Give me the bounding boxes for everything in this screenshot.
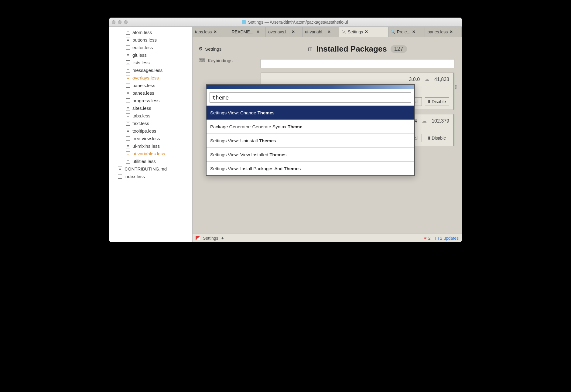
file-icon xyxy=(126,91,130,95)
tools-icon xyxy=(342,30,346,34)
collapse-icon[interactable]: ⇕ xyxy=(453,84,458,90)
add-icon[interactable]: + xyxy=(221,235,224,241)
close-tab-icon[interactable]: ✕ xyxy=(292,29,295,34)
titlebar: Settings — /Users/dtinth/.atom/packages/… xyxy=(109,18,462,27)
close-window-button[interactable] xyxy=(112,20,115,24)
tab[interactable]: README....✕ xyxy=(229,27,266,37)
package-version: 3.0.0 xyxy=(409,77,420,82)
file-item[interactable]: CONTRIBUTING.md xyxy=(109,165,192,173)
close-tab-icon[interactable]: ✕ xyxy=(365,29,368,34)
file-item[interactable]: editor.less xyxy=(109,44,192,51)
sliders-icon: ⚙ xyxy=(199,46,203,52)
tab-label: panes.less xyxy=(427,29,448,34)
file-icon xyxy=(126,121,130,126)
close-tab-icon[interactable]: ✕ xyxy=(214,29,217,34)
window-title: Settings — /Users/dtinth/.atom/packages/… xyxy=(131,20,459,25)
close-tab-icon[interactable]: ✕ xyxy=(450,29,453,34)
file-name: lists.less xyxy=(132,60,150,65)
file-name: overlays.less xyxy=(132,75,159,80)
file-item[interactable]: lists.less xyxy=(109,59,192,66)
file-icon xyxy=(126,38,130,42)
file-name: ui-mixins.less xyxy=(132,144,160,149)
app-window: Settings — /Users/dtinth/.atom/packages/… xyxy=(109,18,462,242)
tab-bar: tabs.less✕README....✕overlays.l...✕ui-va… xyxy=(193,27,462,37)
tab[interactable]: Settings✕ xyxy=(339,27,388,37)
file-item[interactable]: overlays.less xyxy=(109,74,192,82)
file-item[interactable]: ui-variables.less xyxy=(109,150,192,157)
file-icon xyxy=(126,129,130,133)
palette-input-wrap xyxy=(207,89,414,106)
file-item[interactable]: index.less xyxy=(109,173,192,180)
tab-label: tabs.less xyxy=(195,29,212,34)
file-item[interactable]: messages.less xyxy=(109,66,192,74)
close-tab-icon[interactable]: ✕ xyxy=(256,29,260,34)
tab[interactable]: panes.less✕ xyxy=(425,27,462,37)
tab-label: Settings xyxy=(348,29,363,34)
sidenav-settings-label: Settings xyxy=(205,46,221,52)
file-icon xyxy=(126,136,130,141)
file-icon xyxy=(126,106,130,110)
file-name: panels.less xyxy=(132,83,155,88)
folder-icon xyxy=(242,20,246,24)
sidenav-keybindings[interactable]: ⌨ Keybindings xyxy=(196,55,253,66)
tab[interactable]: 🔍Proje...✕ xyxy=(388,27,425,37)
file-item[interactable]: utilities.less xyxy=(109,157,192,165)
file-item[interactable]: panels.less xyxy=(109,82,192,89)
file-item[interactable]: atom.less xyxy=(109,29,192,36)
window-title-text: Settings — /Users/dtinth/.atom/packages/… xyxy=(248,20,348,25)
tab[interactable]: overlays.l...✕ xyxy=(266,27,303,37)
file-item[interactable]: tree-view.less xyxy=(109,135,192,142)
file-name: CONTRIBUTING.md xyxy=(125,166,167,171)
minimize-window-button[interactable] xyxy=(118,20,121,24)
tab[interactable]: tabs.less✕ xyxy=(193,27,229,37)
file-icon xyxy=(126,68,130,73)
package-downloads: 102,379 xyxy=(432,118,449,124)
file-item[interactable]: tabs.less xyxy=(109,112,192,120)
palette-item[interactable]: Settings View: Change Themes xyxy=(207,106,414,120)
sidenav-keybindings-label: Keybindings xyxy=(208,58,233,63)
svg-point-0 xyxy=(342,30,343,31)
package-icon: ◫ xyxy=(308,46,313,52)
file-name: tabs.less xyxy=(132,113,150,118)
palette-item[interactable]: Settings View: View Installed Themes xyxy=(207,147,414,161)
file-item[interactable]: panes.less xyxy=(109,89,192,97)
close-tab-icon[interactable]: ✕ xyxy=(412,29,415,34)
file-icon xyxy=(118,167,122,171)
file-tree[interactable]: atom.lessbuttons.lesseditor.lessgit.less… xyxy=(109,27,193,242)
file-icon xyxy=(126,30,130,35)
disable-button[interactable]: IIDisable xyxy=(425,97,449,106)
file-item[interactable]: progress.less xyxy=(109,97,192,104)
maximize-window-button[interactable] xyxy=(124,20,128,24)
window-controls xyxy=(112,20,128,24)
packages-filter-input[interactable] xyxy=(261,59,454,68)
file-name: buttons.less xyxy=(132,37,157,42)
file-item[interactable]: text.less xyxy=(109,120,192,127)
disable-button[interactable]: IIDisable xyxy=(425,134,449,142)
file-item[interactable]: buttons.less xyxy=(109,36,192,44)
palette-input[interactable] xyxy=(210,92,411,103)
file-item[interactable]: tooltips.less xyxy=(109,127,192,135)
status-indicator-icon[interactable] xyxy=(196,236,200,240)
palette-item[interactable]: Settings View: Install Packages And Them… xyxy=(207,161,414,175)
file-item[interactable]: sites.less xyxy=(109,104,192,112)
status-left: Settings + xyxy=(196,235,224,241)
palette-item[interactable]: Package Generator: Generate Syntax Theme xyxy=(207,120,414,133)
file-name: utilities.less xyxy=(132,159,156,164)
file-icon xyxy=(126,45,130,50)
status-label: Settings xyxy=(203,236,218,241)
bug-icon: ✶ xyxy=(423,236,427,241)
error-count[interactable]: ✶2 xyxy=(423,236,431,241)
file-item[interactable]: git.less xyxy=(109,51,192,59)
file-name: editor.less xyxy=(132,45,153,50)
palette-item[interactable]: Settings View: Uninstall Themes xyxy=(207,133,414,147)
file-item[interactable]: ui-mixins.less xyxy=(109,142,192,150)
box-icon: ◫ xyxy=(435,236,439,241)
sidenav-settings[interactable]: ⚙ Settings xyxy=(196,43,253,55)
tab[interactable]: ui-variabl...✕ xyxy=(303,27,339,37)
file-icon xyxy=(126,151,130,156)
command-palette: Settings View: Change ThemesPackage Gene… xyxy=(206,84,415,176)
updates-link[interactable]: ◫2 updates xyxy=(435,236,459,241)
close-tab-icon[interactable]: ✕ xyxy=(327,29,331,34)
packages-count-badge: 127 xyxy=(391,45,407,53)
file-icon xyxy=(126,159,130,164)
